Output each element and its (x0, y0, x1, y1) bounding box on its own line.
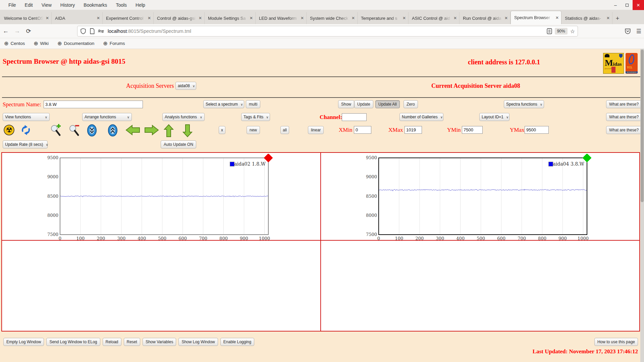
tab-close-icon[interactable]: ✕ (606, 16, 610, 20)
tab-close-icon[interactable]: ✕ (148, 16, 151, 20)
chart-aida04[interactable]: 7500800085009000950001002003004005006007… (360, 154, 598, 246)
tab-3[interactable]: Control @ aidas-gsi✕ (154, 12, 205, 24)
zoom-in-icon[interactable] (49, 124, 61, 137)
spectra-functions-dropdown[interactable]: Spectra functions∨ (504, 100, 544, 108)
bookmark-centos[interactable]: ⊕Centos (4, 40, 25, 47)
auto-update-button[interactable]: Auto Update ON (161, 140, 196, 148)
update-all-button[interactable]: Update All (375, 100, 400, 108)
tab-1[interactable]: AIDA✕ (52, 12, 103, 24)
analysis-functions-dropdown[interactable]: Analysis functions∨ (162, 113, 205, 121)
pocket-icon[interactable] (625, 28, 631, 35)
select-spectrum-dropdown[interactable]: Select a spectrum∨ (203, 100, 244, 108)
channel-input[interactable] (342, 113, 367, 121)
contract-y-icon[interactable] (107, 124, 118, 137)
chart-aida02[interactable]: 7500800085009000950001002003004005006007… (42, 154, 280, 246)
log-button-3[interactable]: Reset (124, 338, 140, 346)
reload-icon[interactable]: ⟳ (23, 27, 34, 35)
menu-edit[interactable]: Edit (20, 1, 37, 9)
log-button-1[interactable]: Send Log Window to ELog (46, 338, 100, 346)
refresh-icon[interactable] (20, 124, 32, 136)
xmin-input[interactable] (354, 126, 371, 134)
tab-8[interactable]: ASIC Control @ aid✕ (409, 12, 460, 24)
shield-icon[interactable] (80, 28, 86, 34)
menu-view[interactable]: View (37, 1, 56, 9)
url-text[interactable]: localhost:8015/Spectrum/Spectrum.tml (108, 28, 547, 34)
galleries-dropdown[interactable]: Number of Galleries∨ (399, 113, 443, 121)
menu-file[interactable]: File (4, 1, 20, 9)
bookmark-documentation[interactable]: ⊕Documentation (57, 40, 94, 47)
reader-mode-icon[interactable] (547, 28, 552, 34)
tab-close-icon[interactable]: ✕ (301, 16, 304, 20)
view-functions-dropdown[interactable]: View functions∨ (3, 113, 50, 121)
hamburger-menu-icon[interactable]: ☰ (636, 28, 641, 35)
tab-5[interactable]: LED and Waveform✕ (256, 12, 307, 24)
bookmark-star-icon[interactable]: ☆ (570, 28, 575, 35)
linear-button[interactable]: linear (308, 126, 324, 134)
close-icon[interactable]: ✕ (633, 0, 644, 10)
zero-button[interactable]: Zero (404, 100, 418, 108)
ymax-input[interactable] (525, 126, 549, 134)
multi-button[interactable]: multi (246, 100, 260, 108)
log-button-4[interactable]: Show Variables (143, 338, 176, 346)
how-to-use-button[interactable]: How to use this page (594, 338, 638, 346)
tab-4[interactable]: Module Settings Sa✕ (205, 12, 256, 24)
what-are-these-button-2[interactable]: What are these? (606, 113, 642, 121)
new-tab-button[interactable]: + (612, 13, 623, 24)
tab-9[interactable]: Run Control @ aida✕ (460, 12, 511, 24)
menu-history[interactable]: History (56, 1, 79, 9)
log-button-6[interactable]: Enable Logging (220, 338, 254, 346)
layout-id-dropdown[interactable]: Layout ID=1∨ (479, 113, 509, 121)
spectrum-name-input[interactable] (44, 101, 143, 108)
forward-icon[interactable]: → (11, 27, 23, 35)
scrollbar[interactable] (640, 49, 644, 362)
xmax-input[interactable] (405, 126, 422, 134)
menu-help[interactable]: Help (131, 1, 150, 9)
expand-y-icon[interactable] (87, 124, 97, 137)
tags-fits-dropdown[interactable]: Tags & Fits∨ (241, 113, 270, 121)
scrollbar-thumb[interactable] (641, 50, 644, 202)
tab-close-icon[interactable]: ✕ (46, 16, 49, 20)
all-button[interactable]: all (280, 126, 289, 134)
move-left-icon[interactable] (125, 124, 140, 136)
tab-11[interactable]: Statistics @ aidas-✕ (561, 12, 612, 24)
log-button-0[interactable]: Empty Log Window (3, 338, 44, 346)
tab-close-icon[interactable]: ✕ (250, 16, 253, 20)
tab-close-icon[interactable]: ✕ (402, 16, 406, 20)
new-button[interactable]: new (247, 126, 260, 134)
menu-bookmarks[interactable]: Bookmarks (79, 1, 111, 9)
radiation-icon[interactable]: ☢ (3, 124, 15, 136)
ymin-input[interactable] (462, 126, 483, 134)
update-rate-dropdown[interactable]: Update Rate (8 secs)∨ (3, 140, 48, 148)
arrange-functions-dropdown[interactable]: Arrange functions∨ (82, 113, 132, 121)
what-are-these-button-3[interactable]: What are these? (606, 126, 642, 134)
tab-2[interactable]: Experiment Control✕ (103, 12, 154, 24)
tab-close-icon[interactable]: ✕ (555, 15, 559, 20)
zoom-out-icon[interactable] (68, 124, 80, 137)
tab-0[interactable]: Welcome to CentOS✕ (1, 12, 52, 24)
bookmark-forums[interactable]: ⊕Forums (103, 40, 125, 47)
what-are-these-button-1[interactable]: What are these? (606, 100, 642, 108)
show-button[interactable]: Show (338, 100, 354, 108)
menu-tools[interactable]: Tools (111, 1, 131, 9)
tab-6[interactable]: System wide Check✕ (307, 12, 358, 24)
move-up-icon[interactable] (164, 124, 174, 137)
bookmark-wiki[interactable]: ⊕Wiki (34, 40, 49, 47)
url-bar[interactable]: localhost:8015/Spectrum/Spectrum.tml 90%… (77, 26, 578, 37)
x-axis-button[interactable]: x (219, 126, 225, 134)
tab-close-icon[interactable]: ✕ (504, 16, 508, 20)
tab-7[interactable]: Temperature and s✕ (358, 12, 409, 24)
tab-close-icon[interactable]: ✕ (352, 16, 355, 20)
minimize-icon[interactable]: – (610, 0, 621, 10)
tab-10[interactable]: Spectrum Browser✕ (511, 11, 561, 24)
zoom-level-badge[interactable]: 90% (555, 28, 568, 35)
update-button[interactable]: Update (354, 100, 373, 108)
log-button-5[interactable]: Show Log Window (178, 338, 218, 346)
move-right-icon[interactable] (144, 124, 159, 136)
tab-close-icon[interactable]: ✕ (199, 16, 202, 20)
acquisition-server-select[interactable]: aida08∨ (175, 82, 196, 90)
page-info-icon[interactable] (90, 28, 95, 34)
back-icon[interactable]: ← (0, 27, 11, 35)
log-button-2[interactable]: Reload (103, 338, 121, 346)
maximize-icon[interactable] (621, 0, 633, 10)
tab-close-icon[interactable]: ✕ (97, 16, 100, 20)
